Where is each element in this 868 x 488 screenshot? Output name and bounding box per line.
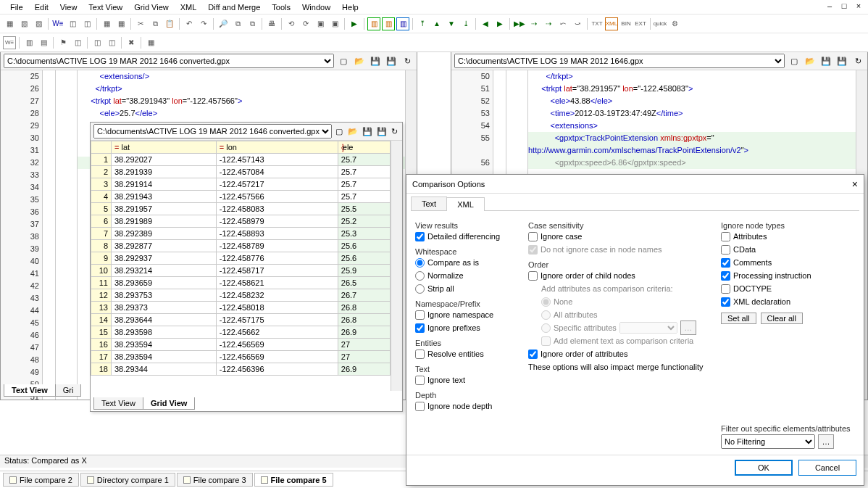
tb2-icon[interactable]: ◫: [91, 36, 104, 49]
doc-tab[interactable]: Directory compare 1: [80, 473, 175, 487]
doc-tab[interactable]: File compare 2: [3, 473, 79, 487]
opt-detailed[interactable]: Detailed differencing: [415, 230, 517, 243]
menu-help[interactable]: Help: [336, 1, 364, 13]
table-row[interactable]: 1838.29344-122.45639626.9: [91, 363, 391, 376]
table-row[interactable]: 238.291939-122.45708425.7: [91, 166, 391, 178]
menu-file[interactable]: File: [4, 1, 29, 13]
tb-icon[interactable]: ⤺: [556, 17, 569, 30]
tb-next-icon[interactable]: ▼: [445, 17, 458, 30]
new-icon[interactable]: ▢: [788, 54, 801, 67]
table-row[interactable]: 338.291914-122.45721725.7: [91, 178, 391, 191]
tb-cut-icon[interactable]: ✂: [134, 17, 147, 30]
refresh-icon[interactable]: ↻: [851, 54, 864, 67]
tab-text[interactable]: Text: [411, 197, 447, 210]
col-lon[interactable]: lon: [216, 141, 338, 154]
table-row[interactable]: 1638.293594-122.45656927: [91, 339, 391, 351]
tb-paste-icon[interactable]: 📋: [163, 17, 176, 30]
tb2-icon[interactable]: ✖: [125, 36, 138, 49]
tb2-icon[interactable]: ▥: [22, 36, 36, 49]
menu-edit[interactable]: Edit: [29, 1, 54, 13]
tb-word-icon[interactable]: W≡: [51, 17, 64, 30]
tab-xml[interactable]: XML: [446, 197, 485, 211]
tb-icon[interactable]: ▨: [32, 17, 45, 30]
tab-gridview[interactable]: Grid View: [143, 397, 196, 410]
opt-ignore-depth[interactable]: Ignore node depth: [415, 400, 517, 413]
tb-icon[interactable]: ◫: [80, 17, 93, 30]
tb-icon[interactable]: ⧉: [231, 17, 244, 30]
filter-browse-button[interactable]: …: [818, 434, 834, 449]
tb2-icon[interactable]: ◫: [71, 36, 84, 49]
tb-icon[interactable]: ⟳: [299, 17, 312, 30]
doc-tab[interactable]: File compare 5: [254, 473, 333, 487]
opt-ws-asis[interactable]: Compare as is: [415, 256, 517, 269]
table-row[interactable]: 1238.293753-122.45823226.7: [91, 289, 391, 302]
tb-new-icon[interactable]: ▦: [3, 17, 16, 30]
new-icon[interactable]: ▢: [335, 125, 344, 138]
close-icon[interactable]: ×: [852, 178, 858, 190]
col-lat[interactable]: lat: [112, 141, 217, 154]
opt-ignore-text[interactable]: Ignore text: [415, 373, 517, 386]
tb-icon[interactable]: ⟲: [285, 17, 298, 30]
tb2-icon[interactable]: ▦: [144, 36, 157, 49]
tb-copy-icon[interactable]: ⧉: [149, 17, 162, 30]
right-path-select[interactable]: C:\documents\ACTIVE LOG 19 MAR 2012 1646…: [454, 54, 785, 68]
menu-diff[interactable]: Diff and Merge: [202, 1, 266, 13]
close-icon[interactable]: ×: [854, 1, 864, 10]
opt-ws-normalize[interactable]: Normalize: [415, 269, 517, 282]
opt-ign-xmldecl[interactable]: XML declaration: [721, 295, 866, 308]
tb-icon[interactable]: ▶▶: [513, 17, 526, 30]
opt-ignore-child-order[interactable]: Ignore order of child nodes: [528, 269, 709, 282]
tb-gear-icon[interactable]: ⚙: [668, 17, 681, 30]
opt-ign-comments[interactable]: Comments: [721, 256, 866, 269]
table-row[interactable]: 1038.293214-122.45871725.9: [91, 265, 391, 277]
table-row[interactable]: 138.292027-122.45714325.7: [91, 154, 391, 166]
ok-button[interactable]: OK: [735, 460, 793, 476]
data-grid[interactable]: lat lon ele 138.292027-122.45714325.7238…: [91, 141, 391, 376]
table-row[interactable]: 438.291943-122.45756625.7: [91, 191, 391, 203]
opt-ignore-attr-order[interactable]: Ignore order of attributes: [528, 347, 709, 360]
restore-icon[interactable]: □: [839, 1, 849, 10]
menu-window[interactable]: Window: [296, 1, 336, 13]
tb-sync-icon[interactable]: ▥: [367, 17, 380, 30]
tb-icon[interactable]: ⤻: [571, 17, 584, 30]
table-row[interactable]: 938.292937-122.45877625.6: [91, 252, 391, 265]
opt-ignore-namespace[interactable]: Ignore namespace: [415, 308, 517, 321]
save-icon[interactable]: 💾: [819, 54, 832, 67]
tb-grid2-icon[interactable]: ▦: [114, 17, 128, 30]
tb-sync3-icon[interactable]: ▥: [396, 17, 409, 30]
scrollbar-v[interactable]: [391, 141, 402, 391]
tb2-icon[interactable]: ◫: [105, 36, 118, 49]
table-row[interactable]: 1738.293594-122.45656927: [91, 351, 391, 363]
open-icon[interactable]: 📂: [353, 54, 366, 67]
menu-tools[interactable]: Tools: [266, 1, 296, 13]
tab-textview[interactable]: Text View: [4, 384, 56, 397]
table-row[interactable]: 1338.29373-122.45801826.8: [91, 302, 391, 314]
tb2-flag-icon[interactable]: ⚑: [57, 36, 70, 49]
tab-gridview[interactable]: Gri: [55, 384, 82, 397]
tb2-icon[interactable]: ▤: [37, 36, 50, 49]
cancel-button[interactable]: Cancel: [798, 460, 856, 476]
opt-ign-doctype[interactable]: DOCTYPE: [721, 282, 866, 295]
tb-first-icon[interactable]: ⤒: [416, 17, 429, 30]
minimize-icon[interactable]: –: [825, 1, 835, 10]
table-row[interactable]: 538.291957-122.45808325.5: [91, 203, 391, 215]
table-row[interactable]: 838.292877-122.45878925.6: [91, 240, 391, 252]
tb-icon[interactable]: ⧉: [246, 17, 259, 30]
open-icon[interactable]: 📂: [804, 54, 817, 67]
saveall-icon[interactable]: 💾: [376, 125, 388, 138]
menu-xml[interactable]: XML: [175, 1, 203, 13]
tb-icon[interactable]: ⇢: [527, 17, 541, 30]
opt-resolve-entities[interactable]: Resolve entities: [415, 347, 517, 360]
tb-find-icon[interactable]: 🔎: [217, 17, 230, 30]
set-all-button[interactable]: Set all: [721, 313, 756, 324]
tb-icon[interactable]: ▣: [314, 17, 327, 30]
tb-quick-icon[interactable]: quick: [654, 17, 667, 30]
tb-bin-icon[interactable]: BIN: [619, 17, 633, 30]
grid-path-select[interactable]: C:\documents\ACTIVE LOG 19 MAR 2012 1646…: [93, 124, 332, 138]
tb-icon[interactable]: ⇢: [542, 17, 555, 30]
col-ele[interactable]: ele: [338, 141, 390, 154]
tb-xml-icon[interactable]: XML: [605, 17, 618, 30]
tb-icon[interactable]: ▣: [328, 17, 341, 30]
opt-ignore-case[interactable]: Ignore case: [528, 230, 709, 243]
tb-txt-icon[interactable]: TXT: [591, 17, 604, 30]
